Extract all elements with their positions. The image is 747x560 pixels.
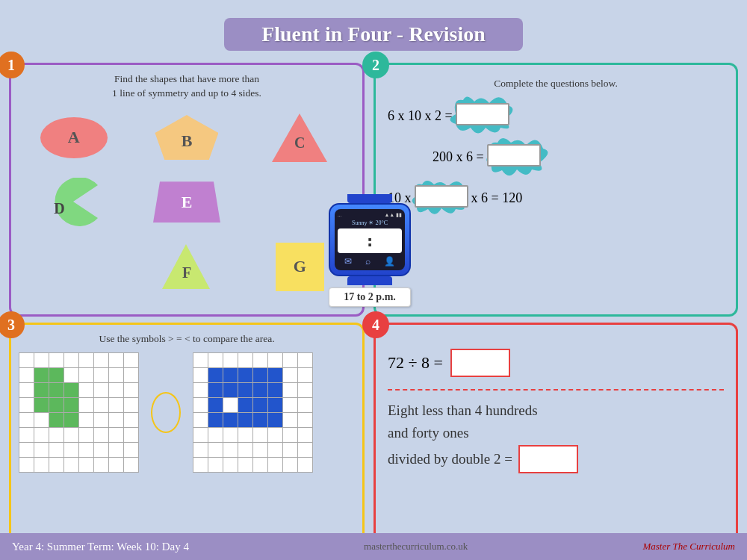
section4-eq2: Eight less than 4 hundreds and forty one… — [388, 399, 724, 473]
section-3-instruction: Use the symbols > = < to compare the are… — [19, 332, 355, 346]
section-2-instruction: Complete the questions below. — [388, 77, 724, 91]
watch-band-bottom — [347, 276, 392, 285]
answer-box-4-1[interactable] — [450, 349, 510, 377]
watch-icon-search[interactable]: ⌕ — [365, 256, 371, 267]
section-4: 4 72 ÷ 8 = Eight less than 4 hundreds an… — [374, 323, 738, 560]
watch-body: ... ▲▲ ▮▮ Sunny ☀ 20°C : ✉ ⌕ 👤 — [329, 203, 411, 276]
shape-G: G — [276, 243, 324, 291]
time-tooltip: 17 to 2 p.m. — [329, 287, 411, 307]
compare-oval — [151, 392, 181, 433]
watch-icons-row: ✉ ⌕ 👤 — [338, 256, 402, 267]
watch-time-area: : — [338, 228, 402, 253]
watch-weather: Sunny ☀ 20°C — [338, 220, 402, 226]
watch-status-bar: ... ▲▲ ▮▮ — [338, 212, 402, 218]
footer-center: masterthecurriculum.co.uk — [364, 541, 468, 553]
section4-eq1: 72 ÷ 8 = — [388, 349, 724, 377]
section-1: 1 Find the shapes that have more than 1 … — [9, 63, 365, 317]
shape-E: E — [153, 181, 220, 223]
equation-2: 200 x 6 = — [433, 144, 724, 170]
section-number-4: 4 — [362, 311, 389, 338]
section-2: 2 Complete the questions below. 6 x 10 x… — [374, 63, 738, 317]
smartwatch: ... ▲▲ ▮▮ Sunny ☀ 20°C : ✉ ⌕ 👤 17 to 2 p… — [329, 194, 411, 307]
title-bar: Fluent in Four - Revision — [224, 18, 523, 51]
grids-area — [19, 352, 355, 473]
grid-2 — [193, 352, 313, 473]
watch-screen: ... ▲▲ ▮▮ Sunny ☀ 20°C : ✉ ⌕ 👤 — [335, 209, 405, 270]
shape-D: D — [49, 178, 98, 226]
section-1-instruction: Find the shapes that have more than 1 li… — [19, 72, 355, 101]
section-number-2: 2 — [362, 52, 389, 78]
footer-right: Master The Curriculum — [642, 541, 735, 553]
splash-2 — [487, 144, 541, 170]
shape-A: A — [40, 117, 108, 158]
shape-B: B — [155, 115, 218, 160]
equation-1: 6 x 10 x 2 = — [388, 103, 724, 129]
watch-icon-user[interactable]: 👤 — [384, 256, 395, 267]
section-3: 3 Use the symbols > = < to compare the a… — [9, 323, 365, 560]
answer-box-2[interactable] — [487, 144, 541, 167]
grid-1 — [19, 352, 139, 473]
footer: Year 4: Summer Term: Week 10: Day 4 mast… — [0, 533, 747, 560]
dashed-divider — [388, 389, 724, 391]
answer-box-4-2[interactable] — [518, 445, 578, 473]
shape-F: F — [162, 244, 211, 289]
equation-3: 10 x x 6 = 120 — [388, 185, 724, 211]
watch-icon-mail[interactable]: ✉ — [344, 256, 352, 267]
watch-band-top — [347, 194, 392, 203]
shape-C: C — [272, 113, 328, 162]
math-equations: 6 x 10 x 2 = 200 x 6 = — [388, 97, 724, 211]
footer-left: Year 4: Summer Term: Week 10: Day 4 — [12, 541, 189, 553]
answer-box-1[interactable] — [456, 103, 509, 125]
page-title: Fluent in Four - Revision — [261, 22, 486, 46]
splash-3 — [415, 185, 468, 211]
answer-box-3[interactable] — [415, 185, 468, 208]
splash-1 — [456, 103, 509, 129]
